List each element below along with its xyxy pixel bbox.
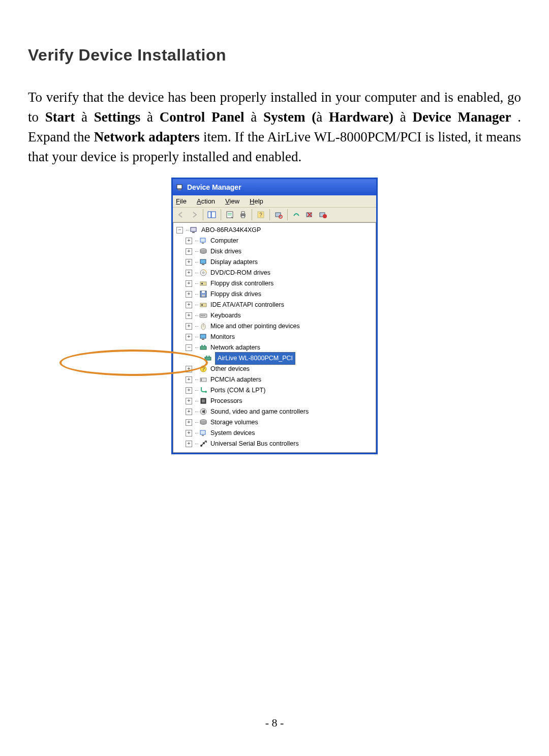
toolbar-separator [252, 209, 252, 220]
expand-icon[interactable]: + [186, 312, 192, 319]
expand-icon[interactable]: + [186, 323, 192, 330]
menu-view[interactable]: VViewiew [225, 197, 239, 205]
tree-item[interactable]: +DVD/CD-ROM drives [176, 268, 375, 278]
tree-item[interactable]: +System devices [176, 428, 375, 439]
expand-icon[interactable]: + [186, 376, 192, 383]
show-hide-tree-button[interactable] [206, 209, 218, 220]
collapse-icon[interactable]: − [176, 227, 183, 234]
sep-4: à [316, 109, 329, 125]
expand-icon[interactable]: + [186, 259, 192, 266]
port-icon [199, 386, 207, 394]
other-icon: ? [199, 365, 207, 373]
menu-file[interactable]: FFileile [176, 197, 187, 205]
tree-item-child[interactable]: AirLive WL-8000PCM_PCI [176, 353, 375, 364]
keyboard-icon [199, 311, 207, 319]
expand-icon[interactable]: + [186, 270, 192, 276]
update-driver-button[interactable] [290, 209, 302, 220]
disable-button[interactable] [317, 209, 329, 220]
network-adapter-icon [204, 354, 212, 362]
expand-icon[interactable]: + [186, 419, 192, 426]
svg-rect-1 [178, 189, 181, 190]
tree-item[interactable]: +Universal Serial Bus controllers [176, 439, 375, 449]
properties-button[interactable] [224, 209, 236, 220]
svg-rect-5 [228, 213, 232, 214]
tree-item[interactable]: +Mice and other pointing devices [176, 321, 375, 332]
tree-item[interactable]: +Display adapters [176, 257, 375, 268]
svg-rect-53 [202, 399, 205, 402]
sep-2: à [140, 109, 159, 125]
expand-icon[interactable]: + [186, 366, 192, 372]
title-bar[interactable]: Device Manager [173, 179, 376, 195]
svg-rect-40 [202, 339, 204, 340]
cd-icon [199, 269, 207, 277]
tree-item-label: Floppy disk drives [210, 289, 261, 300]
scan-hardware-button[interactable] [272, 209, 285, 220]
svg-rect-18 [192, 232, 195, 233]
tree-item[interactable]: +Floppy disk controllers [176, 278, 375, 289]
tree-item[interactable]: +Keyboards [176, 310, 375, 321]
back-button[interactable] [175, 209, 187, 220]
expand-icon[interactable]: + [186, 291, 192, 298]
tree-item-label: Storage volumes [210, 417, 258, 428]
menu-action[interactable]: AActionction [197, 197, 215, 205]
tree-item[interactable]: +Ports (COM & LPT) [176, 385, 375, 396]
svg-rect-26 [200, 282, 206, 285]
tree-item[interactable]: +PCMCIA adapters [176, 374, 375, 385]
expand-icon[interactable]: + [186, 248, 192, 255]
tree-item[interactable]: +Storage volumes [176, 417, 375, 428]
sep-1: à [75, 109, 94, 125]
device-manager-window: Device Manager FFileile AActionction VVi… [171, 178, 378, 454]
tree-item[interactable]: +Monitors [176, 332, 375, 342]
menu-help[interactable]: HHelpelp [250, 197, 263, 205]
tree-item[interactable]: −Network adapters [176, 342, 375, 353]
tree-item[interactable]: +Computer [176, 236, 375, 246]
tree-item[interactable]: +?Other devices [176, 364, 375, 374]
disk-icon [199, 418, 207, 426]
svg-rect-29 [202, 291, 205, 293]
computer-icon [199, 429, 207, 437]
expand-icon[interactable]: + [186, 398, 192, 404]
tree-item[interactable]: +Sound, video and game controllers [176, 406, 375, 417]
tree-item[interactable]: +Floppy disk drives [176, 289, 375, 300]
expand-icon[interactable]: + [186, 302, 192, 308]
help-button[interactable]: ? [255, 209, 267, 220]
expand-icon[interactable]: + [186, 238, 192, 244]
svg-rect-9 [241, 216, 245, 218]
network-icon [199, 343, 207, 352]
tree-item-label: IDE ATA/ATAPI controllers [210, 300, 284, 310]
expand-icon[interactable]: + [186, 334, 192, 340]
svg-rect-20 [202, 243, 204, 244]
tree-item-label: DVD/CD-ROM drives [210, 268, 270, 278]
toolbar-separator [221, 209, 221, 220]
tree-item[interactable]: +IDE ATA/ATAPI controllers [176, 300, 375, 310]
tree-root[interactable]: − ABO-86RA34K4XGP [176, 225, 375, 236]
sound-icon [199, 408, 207, 416]
print-button[interactable] [237, 209, 249, 220]
mouse-icon [199, 322, 207, 330]
expand-icon[interactable]: + [186, 430, 192, 437]
forward-button[interactable] [188, 209, 200, 220]
tree-item[interactable]: +Disk drives [176, 246, 375, 257]
device-manager-icon [176, 183, 184, 191]
computer-icon [190, 226, 198, 234]
tree-item[interactable]: +Processors [176, 396, 375, 406]
cpu-icon [199, 397, 207, 405]
expand-icon[interactable]: + [186, 280, 192, 287]
svg-rect-19 [200, 238, 205, 242]
expand-icon[interactable]: + [186, 441, 192, 447]
tree-item-label: Computer [210, 236, 238, 246]
expand-icon[interactable]: + [186, 387, 192, 394]
usb-icon [199, 440, 207, 448]
tree-root-label: ABO-86RA34K4XGP [201, 225, 261, 236]
tree-item-label: Network adapters [210, 342, 260, 353]
svg-rect-0 [177, 185, 182, 189]
tree-item-label: PCMCIA adapters [210, 374, 261, 385]
device-tree[interactable]: − ABO-86RA34K4XGP +Computer+Disk drives+… [173, 222, 376, 453]
uninstall-button[interactable] [303, 209, 316, 220]
display-icon [199, 333, 207, 341]
page-number: - 8 - [0, 716, 549, 730]
toolbar-separator [287, 209, 288, 220]
bold-network: Network adapters [94, 129, 200, 144]
expand-icon[interactable]: + [186, 409, 192, 415]
collapse-icon[interactable]: − [186, 344, 192, 351]
